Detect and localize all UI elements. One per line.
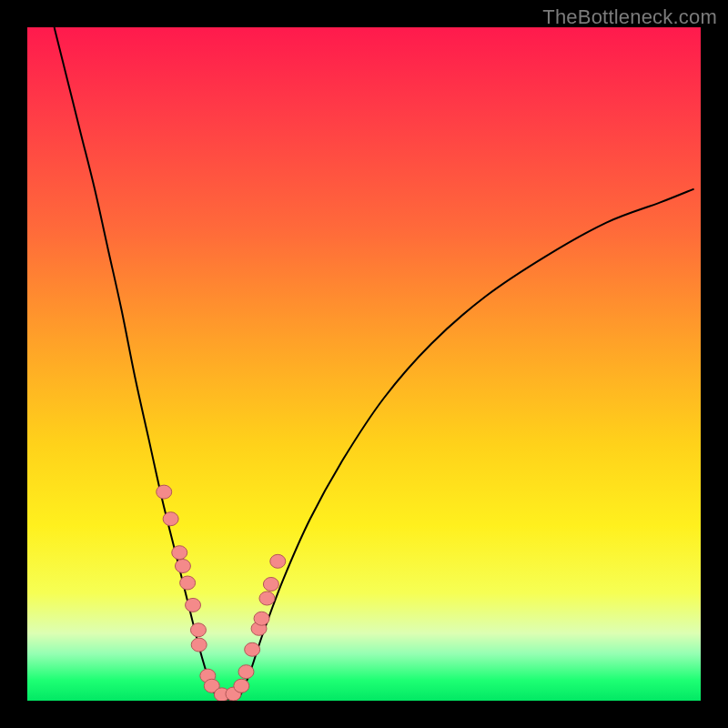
data-marker — [172, 546, 187, 560]
watermark-text: TheBottleneck.com — [542, 5, 717, 29]
data-marker — [186, 598, 201, 612]
data-marker — [263, 577, 278, 591]
chart-svg — [27, 27, 701, 701]
data-marker — [238, 665, 254, 679]
plot-area — [27, 27, 701, 701]
data-marker — [234, 679, 249, 693]
data-marker — [175, 560, 190, 573]
data-marker — [191, 638, 207, 652]
data-marker — [270, 554, 286, 568]
data-marker — [163, 512, 178, 526]
data-marker — [254, 612, 269, 625]
data-marker — [190, 623, 206, 637]
data-marker — [180, 576, 196, 590]
chart-frame: TheBottleneck.com — [0, 0, 728, 728]
right-curve — [239, 189, 693, 698]
data-marker — [245, 642, 260, 656]
marker-group — [157, 485, 286, 701]
data-marker — [259, 592, 275, 605]
data-marker — [157, 485, 172, 499]
